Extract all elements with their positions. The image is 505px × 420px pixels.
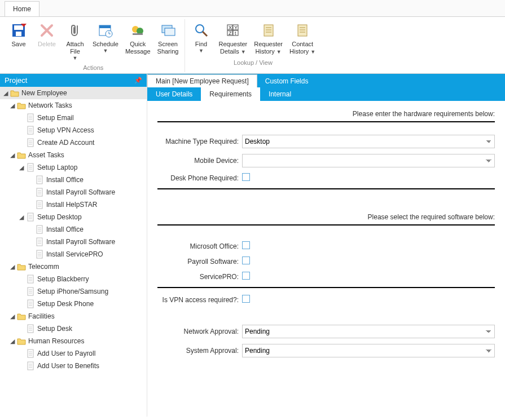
expander-open-icon[interactable]: ◢: [2, 90, 9, 97]
tree-item[interactable]: Install ServicePRO: [0, 248, 147, 260]
tree-item-label: Install HelpSTAR: [46, 201, 97, 209]
pin-icon[interactable]: 📌: [134, 77, 142, 84]
subtab-internal[interactable]: Internal: [260, 87, 300, 101]
find-button[interactable]: Find ▼: [187, 19, 216, 58]
sub-tab-strip: User Details Requirements Internal: [147, 87, 505, 101]
tree-item-label: Install Office: [46, 226, 84, 233]
expander-open-icon[interactable]: ◢: [9, 152, 16, 159]
system-approval-select[interactable]: Pending: [242, 344, 495, 357]
tree-item[interactable]: Add User to Payroll: [0, 347, 147, 360]
tree-item[interactable]: Setup VPN Access: [0, 124, 147, 136]
requester-details-button[interactable]: XYZt Requester Details ▼: [216, 19, 251, 58]
tree-root[interactable]: ◢New Employee: [0, 87, 147, 99]
ribbon-group-label: Actions: [83, 64, 103, 71]
chevron-down-icon: ▼: [103, 48, 108, 54]
attach-file-button[interactable]: Attach File ▼: [61, 19, 89, 63]
ribbon-tab-home[interactable]: Home: [5, 1, 39, 16]
tree-item-label: Setup VPN Access: [37, 126, 94, 134]
save-button[interactable]: Save: [5, 19, 33, 63]
machine-type-select[interactable]: Desktop: [242, 135, 495, 148]
expander-open-icon[interactable]: ◢: [18, 164, 25, 171]
document-icon: [26, 163, 35, 172]
document-icon: [35, 188, 44, 197]
payroll-label: Payroll Software:: [157, 258, 242, 266]
save-icon: [10, 21, 28, 39]
svg-rect-9: [133, 33, 143, 35]
contact-history-button[interactable]: Contact History ▼: [286, 19, 319, 58]
tree-folder[interactable]: ◢Telecomm: [0, 260, 147, 273]
tree-item[interactable]: Create AD Account: [0, 136, 147, 149]
subtab-user-details[interactable]: User Details: [147, 87, 201, 101]
tree-item[interactable]: Setup Email: [0, 112, 147, 124]
tree-item[interactable]: Install Payroll Software: [0, 236, 147, 248]
schedule-button[interactable]: Schedule ▼: [89, 19, 122, 63]
mobile-device-select[interactable]: [242, 154, 495, 167]
paperclip-icon: [66, 21, 84, 39]
tree-item[interactable]: Setup Desk: [0, 322, 147, 335]
sidebar-title: Project: [5, 76, 27, 85]
vpn-checkbox[interactable]: [242, 295, 250, 303]
tree-item-label: Setup Email: [37, 114, 74, 122]
mobile-device-label: Mobile Device:: [157, 157, 242, 165]
tree-item-label: New Employee: [21, 89, 67, 97]
desk-phone-checkbox[interactable]: [242, 173, 250, 181]
tree-item[interactable]: Install Payroll Software: [0, 186, 147, 198]
servicepro-checkbox[interactable]: [242, 272, 250, 280]
tree-item-label: Setup Blackberry: [37, 275, 89, 283]
project-sidebar: Project 📌 ◢New Employee◢Network TasksSet…: [0, 74, 147, 417]
quick-message-button[interactable]: Quick Message: [122, 19, 154, 63]
tree-item[interactable]: ◢Setup Laptop: [0, 161, 147, 174]
payroll-checkbox[interactable]: [242, 257, 250, 264]
screen-share-icon: [159, 21, 177, 39]
tree-item-label: Telecomm: [28, 263, 59, 271]
expander-open-icon[interactable]: ◢: [9, 338, 16, 345]
expander-open-icon[interactable]: ◢: [18, 214, 25, 221]
ribbon-tab-strip: Home: [0, 0, 505, 17]
office-checkbox[interactable]: [242, 241, 250, 249]
tree-item[interactable]: Setup Blackberry: [0, 273, 147, 285]
network-approval-select[interactable]: Pending: [242, 325, 495, 338]
document-icon: [26, 324, 35, 333]
subtab-requirements[interactable]: Requirements: [201, 87, 260, 101]
tree-item-label: Asset Tasks: [28, 151, 64, 159]
screen-sharing-button[interactable]: Screen Sharing: [154, 19, 182, 63]
svg-rect-26: [298, 25, 307, 36]
chevron-down-icon: ▼: [73, 55, 78, 61]
tree-item[interactable]: Install Office: [0, 174, 147, 186]
expander-open-icon[interactable]: ◢: [9, 313, 16, 320]
grid-details-icon: XYZt: [224, 21, 242, 39]
document-icon: [26, 287, 35, 296]
expander-open-icon[interactable]: ◢: [9, 263, 16, 271]
svg-text:X: X: [229, 25, 232, 30]
tree-folder[interactable]: ◢Network Tasks: [0, 99, 147, 112]
tree-item[interactable]: Install Office: [0, 223, 147, 236]
tree-item-label: Add User to Benefits: [37, 362, 99, 370]
message-icon: [129, 21, 147, 39]
folder-icon: [17, 262, 26, 271]
tree-item-label: Network Tasks: [28, 101, 72, 109]
document-icon: [35, 175, 44, 184]
requester-history-button[interactable]: Requester History ▼: [251, 19, 286, 58]
tree-item-label: Facilities: [28, 312, 55, 320]
tree-folder[interactable]: ◢Facilities: [0, 310, 147, 322]
tree-item-label: Add User to Payroll: [37, 350, 95, 357]
tree-item-label: Install Payroll Software: [46, 188, 115, 196]
tree-item[interactable]: ◢Setup Desktop: [0, 211, 147, 223]
expander-open-icon[interactable]: ◢: [9, 102, 16, 109]
svg-rect-11: [165, 28, 175, 36]
document-icon: [26, 126, 35, 135]
project-tree[interactable]: ◢New Employee◢Network TasksSetup EmailSe…: [0, 87, 147, 417]
ribbon-group-actions: Save Delete Attach File ▼ Schedule: [2, 19, 185, 72]
desk-phone-label: Desk Phone Required:: [157, 174, 242, 182]
tree-item-label: Setup Desk Phone: [37, 300, 94, 308]
tab-custom-fields[interactable]: Custom Fields: [257, 75, 317, 87]
tree-item[interactable]: Install HelpSTAR: [0, 198, 147, 211]
tree-item-label: Setup Desk: [37, 325, 72, 333]
tree-item[interactable]: Setup iPhone/Samsung: [0, 285, 147, 298]
tree-item[interactable]: Setup Desk Phone: [0, 298, 147, 310]
tree-item[interactable]: Add User to Benefits: [0, 360, 147, 372]
tree-folder[interactable]: ◢Human Resources: [0, 335, 147, 347]
svg-rect-2: [16, 32, 21, 36]
tab-main[interactable]: Main [New Employee Request]: [147, 74, 257, 87]
tree-folder[interactable]: ◢Asset Tasks: [0, 149, 147, 161]
